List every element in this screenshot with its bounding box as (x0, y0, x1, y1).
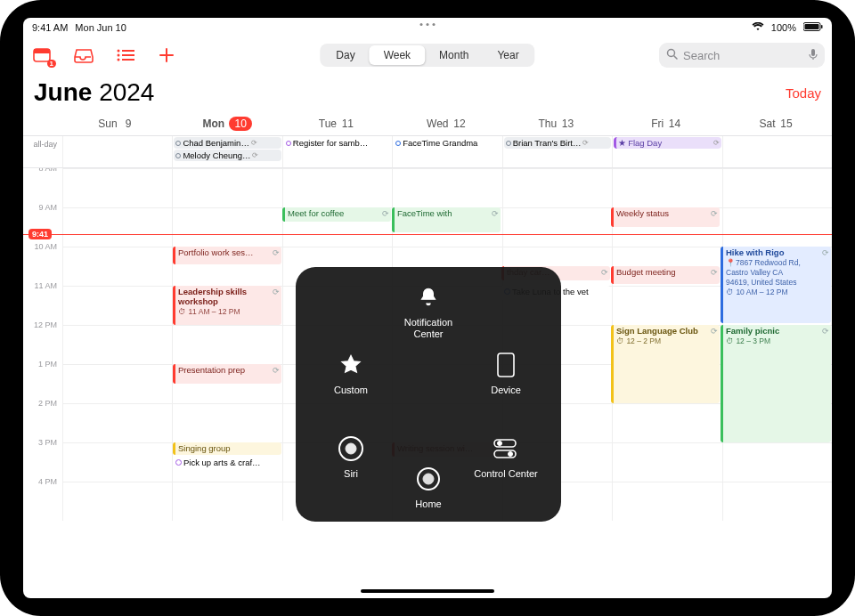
event[interactable]: Hike with Rigo📍7867 Redwood Rd,Castro Va… (721, 247, 831, 323)
view-year[interactable]: Year (483, 45, 533, 65)
day-sun[interactable]: Sun 9 (62, 114, 172, 135)
inbox-tray-icon[interactable] (71, 44, 98, 67)
svg-rect-13 (498, 353, 514, 377)
atouch-device[interactable]: Device (468, 349, 543, 395)
day-wed[interactable]: Wed 12 (392, 114, 501, 135)
allday-row: all-day Chad Benjamin…⟳ Melody Cheung…⟳ … (23, 136, 832, 168)
day-mon[interactable]: Mon 10 (172, 114, 281, 135)
weekday-header: Sun 9 Mon 10 Tue 11 Wed 12 Thu 13 Fri 14… (23, 114, 832, 136)
hour-label: 3 PM (23, 438, 62, 477)
svg-rect-12 (811, 49, 815, 56)
atouch-label: Home (391, 498, 466, 509)
atouch-control-center[interactable]: Control Center (468, 433, 543, 480)
calendar-inbox-icon[interactable]: 1 (30, 44, 57, 67)
title-row: June 2024 Today (23, 73, 832, 114)
today-button[interactable]: Today (786, 85, 821, 101)
page-title: June 2024 (34, 78, 154, 107)
day-fri[interactable]: Fri 14 (612, 114, 721, 135)
event[interactable]: FaceTime with⟳ (392, 207, 501, 232)
mic-icon[interactable] (809, 48, 818, 63)
home-button-icon (412, 463, 444, 495)
day-thu[interactable]: Thu 13 (502, 114, 612, 135)
view-day[interactable]: Day (322, 45, 369, 65)
allday-label: all-day (23, 136, 62, 167)
toggles-icon (490, 433, 522, 465)
hour-label: 1 PM (23, 360, 62, 399)
screen: 9:41 AM Mon Jun 10 100% 1 (23, 18, 832, 598)
hour-label: 4 PM (23, 477, 62, 516)
view-month[interactable]: Month (425, 45, 483, 65)
view-week[interactable]: Week (370, 45, 425, 65)
svg-point-11 (668, 50, 675, 57)
wifi-icon (752, 22, 764, 33)
event[interactable]: Sign Language Club⏱ 12 – 2 PM⟳ (611, 325, 720, 403)
device-icon (490, 349, 522, 381)
allday-event[interactable]: Melody Cheung…⟳ (174, 150, 281, 161)
atouch-siri[interactable]: Siri (314, 433, 388, 479)
search-field[interactable]: Search (659, 43, 825, 68)
svg-rect-1 (805, 24, 819, 29)
atouch-label: Siri (314, 468, 388, 479)
year-label: 2024 (99, 78, 154, 106)
event[interactable]: Presentation prep⟳ (173, 364, 281, 384)
event[interactable]: Leadership skills workshop⏱ 11 AM – 12 P… (173, 286, 281, 325)
hour-label: 2 PM (23, 399, 62, 438)
svg-point-21 (423, 474, 434, 484)
svg-point-7 (118, 54, 120, 57)
day-sat[interactable]: Sat 15 (722, 114, 832, 135)
view-switcher: Day Week Month Year (320, 44, 534, 67)
event[interactable]: Budget meeting⟳ (611, 266, 720, 284)
bell-icon (412, 281, 444, 313)
status-bar: 9:41 AM Mon Jun 10 100% (23, 18, 832, 37)
siri-icon (335, 433, 367, 465)
event[interactable]: Singing group (173, 442, 281, 455)
toolbar: 1 Day Week Month Year Search (23, 37, 832, 73)
hour-label: 8 AM (23, 168, 62, 203)
svg-rect-2 (821, 25, 823, 28)
status-date: Mon Jun 10 (75, 22, 126, 33)
now-time: 9:41 (28, 229, 52, 239)
home-indicator[interactable] (361, 589, 494, 593)
event[interactable]: Pick up arts & craf… (173, 457, 281, 471)
atouch-notification-center[interactable]: Notification Center (391, 281, 466, 340)
event[interactable]: Portfolio work ses…⟳ (173, 247, 281, 264)
svg-point-19 (509, 452, 513, 457)
star-icon (335, 349, 367, 381)
status-time: 9:41 AM (32, 22, 68, 33)
atouch-label: Notification Center (391, 317, 466, 340)
ipad-frame: 9:41 AM Mon Jun 10 100% 1 (0, 0, 855, 616)
svg-rect-10 (122, 59, 134, 61)
svg-point-9 (118, 59, 120, 61)
allday-event[interactable]: Register for samb… (284, 137, 391, 149)
atouch-custom[interactable]: Custom (314, 349, 388, 395)
svg-rect-4 (34, 49, 50, 53)
atouch-label: Control Center (468, 468, 543, 480)
search-icon (666, 48, 678, 62)
multitask-dots-icon[interactable] (420, 23, 436, 26)
event[interactable]: Meet for coffee⟳ (282, 207, 391, 222)
hour-label: 12 PM (23, 320, 62, 360)
battery-pct: 100% (771, 22, 796, 33)
event[interactable]: Family picnic⏱ 12 – 3 PM⟳ (721, 325, 831, 442)
svg-rect-8 (122, 54, 134, 56)
list-icon[interactable] (112, 44, 139, 67)
month-label: June (34, 78, 92, 106)
battery-icon (803, 22, 823, 33)
atouch-home[interactable]: Home (391, 463, 466, 509)
now-indicator (23, 234, 832, 235)
search-placeholder: Search (683, 49, 720, 62)
svg-point-17 (498, 442, 502, 446)
hour-label: 10 AM (23, 242, 62, 281)
atouch-label: Device (468, 385, 543, 395)
allday-event[interactable]: Chad Benjamin…⟳ (174, 137, 281, 149)
allday-event[interactable]: Brian Tran's Birt…⟳ (504, 137, 611, 149)
allday-event[interactable]: ★ Flag Day⟳ (614, 137, 721, 149)
hour-label: 11 AM (23, 281, 62, 320)
add-event-icon[interactable] (153, 44, 180, 67)
svg-point-15 (346, 443, 356, 454)
assistivetouch-menu: Notification Center Custom Device Siri C… (296, 267, 561, 522)
svg-rect-6 (122, 50, 134, 52)
day-tue[interactable]: Tue 11 (282, 114, 392, 135)
allday-event[interactable]: FaceTime Grandma (394, 137, 501, 149)
event[interactable]: Weekly status⟳ (611, 207, 720, 227)
